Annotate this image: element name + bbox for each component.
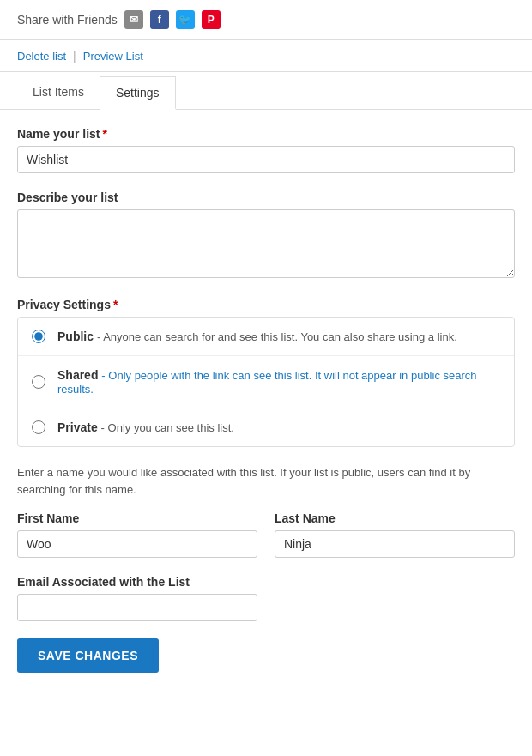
save-changes-button[interactable]: SAVE CHANGES [17, 638, 159, 673]
privacy-shared-text: Shared - Only people with the link can s… [57, 368, 500, 396]
describe-label: Describe your list [17, 191, 515, 204]
privacy-option-private[interactable]: Private - Only you can see this list. [18, 408, 514, 446]
email-share-icon[interactable]: ✉ [124, 10, 143, 29]
privacy-required-star: * [113, 298, 118, 311]
delete-list-link[interactable]: Delete list [17, 50, 66, 63]
share-bar: Share with Friends ✉ f 🐦 P [0, 0, 532, 40]
privacy-public-text: Public - Anyone can search for and see t… [57, 330, 457, 343]
privacy-group: Privacy Settings* Public - Anyone can se… [17, 298, 515, 447]
separator: | [73, 49, 76, 63]
last-name-label: Last Name [275, 511, 515, 525]
email-group: Email Associated with the List [17, 575, 515, 621]
privacy-option-public[interactable]: Public - Anyone can search for and see t… [18, 318, 514, 356]
name-label: Name your list* [17, 127, 515, 141]
action-links: Delete list | Preview List [0, 40, 532, 72]
last-name-col: Last Name [275, 511, 515, 558]
settings-form: Name your list* Describe your list Priva… [0, 110, 532, 690]
privacy-option-shared[interactable]: Shared - Only people with the link can s… [18, 356, 514, 408]
share-label: Share with Friends [17, 13, 118, 27]
info-text: Enter a name you would like associated w… [17, 464, 515, 498]
describe-group: Describe your list [17, 191, 515, 281]
privacy-radio-private[interactable] [32, 420, 45, 434]
privacy-label: Privacy Settings* [17, 298, 515, 311]
last-name-input[interactable] [275, 530, 515, 558]
describe-input[interactable] [17, 209, 515, 278]
email-input[interactable] [17, 594, 257, 621]
email-field-wrap [17, 594, 257, 621]
privacy-private-text: Private - Only you can see this list. [57, 420, 234, 434]
tab-list-items[interactable]: List Items [17, 76, 100, 110]
privacy-radio-shared[interactable] [32, 375, 45, 389]
pinterest-share-icon[interactable]: P [202, 10, 221, 29]
tabs-bar: List Items Settings [0, 76, 532, 110]
preview-list-link[interactable]: Preview List [83, 50, 143, 63]
name-row: First Name Last Name [17, 511, 515, 558]
first-name-col: First Name [17, 511, 257, 558]
first-name-label: First Name [17, 511, 257, 525]
first-name-input[interactable] [17, 530, 257, 558]
name-required-star: * [102, 127, 106, 141]
name-input[interactable] [17, 146, 515, 173]
twitter-share-icon[interactable]: 🐦 [176, 10, 195, 29]
tab-settings[interactable]: Settings [100, 76, 176, 110]
email-label: Email Associated with the List [17, 575, 515, 589]
name-group: Name your list* [17, 127, 515, 173]
privacy-radio-public[interactable] [32, 330, 45, 343]
privacy-options-box: Public - Anyone can search for and see t… [17, 317, 515, 447]
facebook-share-icon[interactable]: f [150, 10, 169, 29]
